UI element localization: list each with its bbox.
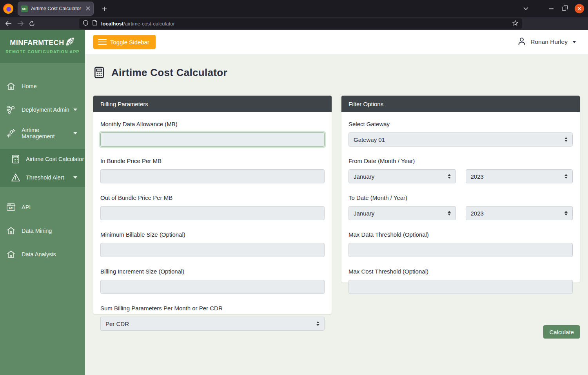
- toggle-sidebar-label: Toggle Sidebar: [110, 39, 149, 45]
- field-label: Select Gateway: [348, 120, 573, 129]
- sidebar: MINFARMTECH REMOTE CONFIGURATION APP Hom…: [0, 30, 85, 375]
- main-content: Toggle Sidebar Ronan Hurley Airtime Cost…: [85, 30, 588, 375]
- bookmark-star-icon[interactable]: [512, 20, 518, 27]
- from-month-selected-value: January: [354, 173, 448, 180]
- brand-name-bold: TECH: [44, 39, 64, 47]
- sidebar-item-label: Data Analysis: [22, 251, 56, 257]
- page-info-icon[interactable]: [93, 20, 97, 27]
- gateway-selected-value: Gateway 01: [354, 136, 564, 143]
- select-arrows-icon: [564, 137, 568, 142]
- to-year-selected-value: 2023: [471, 210, 565, 217]
- home-icon: [6, 249, 16, 259]
- select-arrows-icon: [448, 174, 451, 179]
- sidebar-item-data-mining[interactable]: Data Mining: [0, 219, 85, 243]
- app-logo: MINFARMTECH REMOTE CONFIGURATION APP: [0, 30, 85, 63]
- leaf-logo-icon: [65, 36, 75, 47]
- app-root: MINFARMTECH REMOTE CONFIGURATION APP Hom…: [0, 30, 588, 375]
- field-minimum-billable-size: Minimum Billable Size (Optional): [100, 230, 325, 257]
- field-label: Sum Billing Parameters Per Month or Per …: [100, 304, 325, 313]
- firefox-logo-icon[interactable]: [3, 4, 13, 14]
- site-favicon-icon: MT: [21, 5, 28, 12]
- sidebar-item-deployment-admin[interactable]: Deployment Admin: [0, 98, 85, 121]
- chevron-down-icon: [572, 41, 576, 43]
- tab-title: Airtime Cost Calculator: [31, 6, 83, 11]
- chevron-down-icon: [73, 109, 77, 111]
- gateway-select[interactable]: Gateway 01: [348, 132, 573, 147]
- calculator-icon: [11, 154, 21, 164]
- to-month-select[interactable]: January: [348, 206, 456, 220]
- field-label: Monthly Data Allowance (MB): [100, 120, 325, 129]
- back-button-icon[interactable]: [5, 21, 12, 26]
- minimum-billable-size-input[interactable]: [100, 243, 325, 257]
- browser-titlebar: MT Airtime Cost Calculator: [0, 0, 588, 17]
- tracking-shield-icon[interactable]: [83, 20, 88, 27]
- sidebar-item-label: Airtime Cost Calculator: [26, 156, 84, 162]
- field-label: From Date (Month / Year): [348, 157, 573, 165]
- billing-card-header: Billing Parameters: [93, 96, 332, 112]
- in-bundle-price-input[interactable]: [100, 169, 325, 183]
- sidebar-item-airtime-management[interactable]: Airtime Management: [0, 121, 85, 145]
- to-year-select[interactable]: 2023: [466, 206, 573, 220]
- home-icon: [6, 81, 16, 91]
- airtime-management-submenu: Airtime Cost Calculator Threshold Alert: [0, 149, 85, 187]
- field-to-date: To Date (Month / Year) January 2023: [348, 194, 573, 220]
- window-close-button[interactable]: [575, 4, 584, 13]
- tab-close-icon[interactable]: [86, 6, 90, 11]
- tab-list-chevron-icon[interactable]: [523, 7, 528, 10]
- page-title-text: Airtime Cost Calculator: [111, 67, 227, 79]
- svg-text:API: API: [9, 207, 13, 210]
- field-label: Out of Bundle Price Per MB: [100, 194, 325, 202]
- app-header: Toggle Sidebar Ronan Hurley: [85, 30, 588, 54]
- window-minimize-button[interactable]: [549, 8, 554, 9]
- from-month-select[interactable]: January: [348, 169, 456, 183]
- monthly-data-allowance-input[interactable]: [100, 132, 325, 147]
- user-icon: [517, 36, 526, 47]
- sidebar-item-home[interactable]: Home: [0, 74, 85, 98]
- toggle-sidebar-button[interactable]: Toggle Sidebar: [93, 35, 156, 49]
- out-of-bundle-price-input[interactable]: [100, 206, 325, 220]
- browser-navbar: localhost/airtime-cost-calculator: [0, 17, 588, 30]
- from-year-select[interactable]: 2023: [466, 169, 573, 183]
- user-menu[interactable]: Ronan Hurley: [517, 30, 576, 54]
- sidebar-item-data-analysis[interactable]: Data Analysis: [0, 243, 85, 266]
- chevron-down-icon: [73, 176, 77, 179]
- field-label: Max Cost Threshold (Optional): [348, 267, 573, 276]
- billing-increment-size-input[interactable]: [100, 280, 325, 294]
- field-sum-mode: Sum Billing Parameters Per Month or Per …: [100, 304, 325, 331]
- page-title: Airtime Cost Calculator: [93, 66, 227, 79]
- sidebar-item-api[interactable]: API API: [0, 196, 85, 219]
- field-max-cost-threshold: Max Cost Threshold (Optional): [348, 267, 573, 294]
- field-out-of-bundle-price: Out of Bundle Price Per MB: [100, 194, 325, 220]
- filter-options-card: Filter Options Select Gateway Gateway 01…: [341, 96, 580, 283]
- warning-triangle-icon: [11, 172, 21, 183]
- sidebar-item-threshold-alert[interactable]: Threshold Alert: [0, 168, 85, 187]
- select-arrows-icon: [448, 211, 451, 216]
- max-cost-threshold-input[interactable]: [348, 280, 573, 294]
- home-icon: [6, 226, 16, 236]
- sidebar-item-label: Deployment Admin: [22, 107, 69, 113]
- sidebar-item-airtime-cost-calculator[interactable]: Airtime Cost Calculator: [0, 150, 85, 168]
- sum-mode-select[interactable]: Per CDR: [100, 317, 325, 331]
- calculator-icon: [93, 66, 105, 79]
- browser-tab[interactable]: MT Airtime Cost Calculator: [18, 2, 93, 15]
- from-year-selected-value: 2023: [471, 173, 565, 180]
- app-subtitle: REMOTE CONFIGURATION APP: [5, 49, 80, 54]
- forward-button-icon[interactable]: [17, 21, 24, 26]
- field-billing-increment-size: Billing Increment Size (Optional): [100, 267, 325, 294]
- field-label: Minimum Billable Size (Optional): [100, 230, 325, 239]
- to-month-selected-value: January: [354, 210, 448, 217]
- window-restore-button[interactable]: [562, 7, 566, 11]
- user-name: Ronan Hurley: [530, 38, 568, 45]
- field-max-data-threshold: Max Data Threshold (Optional): [348, 230, 573, 257]
- reload-button-icon[interactable]: [29, 21, 35, 27]
- filter-card-header: Filter Options: [341, 96, 580, 112]
- new-tab-button[interactable]: [99, 3, 110, 14]
- calculate-button[interactable]: Calculate: [543, 325, 580, 339]
- titlebar-separator: [16, 4, 16, 14]
- url-bar[interactable]: localhost/airtime-cost-calculator: [79, 18, 522, 29]
- max-data-threshold-input[interactable]: [348, 243, 573, 257]
- field-select-gateway: Select Gateway Gateway 01: [348, 120, 573, 147]
- field-label: In Bundle Price Per MB: [100, 157, 325, 165]
- select-arrows-icon: [564, 211, 568, 216]
- sidebar-item-label: Home: [22, 83, 37, 89]
